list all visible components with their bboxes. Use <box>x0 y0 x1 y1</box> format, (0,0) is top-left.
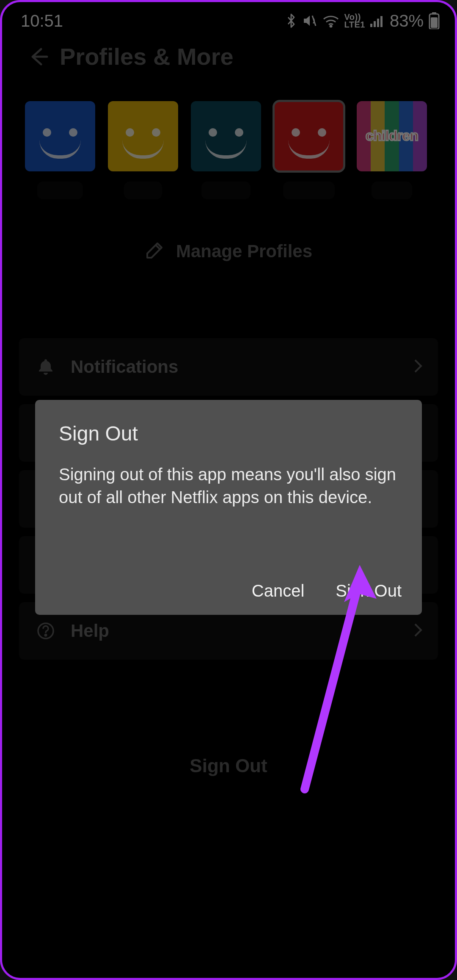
profile-avatar-3[interactable] <box>191 101 261 171</box>
manage-profiles-label: Manage Profiles <box>176 241 312 262</box>
help-icon <box>34 622 57 640</box>
status-clock: 10:51 <box>21 11 63 30</box>
pencil-icon <box>145 241 164 262</box>
profile-name-3 <box>201 182 251 199</box>
bell-icon <box>34 358 57 376</box>
notifications-item[interactable]: Notifications <box>19 338 438 396</box>
battery-percent: 83% <box>390 11 424 30</box>
profiles-row: children <box>2 101 455 199</box>
notifications-label: Notifications <box>71 357 413 377</box>
chevron-right-icon <box>413 358 423 375</box>
kids-label: children <box>359 127 424 144</box>
wifi-icon <box>322 14 339 28</box>
chevron-right-icon <box>413 622 423 639</box>
back-button[interactable] <box>28 46 50 68</box>
sign-out-dialog: Sign Out Signing out of this app means y… <box>35 400 422 615</box>
manage-profiles-button[interactable]: Manage Profiles <box>2 241 455 262</box>
profile-name-kids <box>372 182 412 199</box>
mute-icon <box>302 13 317 28</box>
profile-avatar-2[interactable] <box>108 101 178 171</box>
status-bar: 10:51 Vo))LTE1 83% <box>2 2 455 36</box>
svg-rect-2 <box>374 21 376 27</box>
svg-rect-3 <box>377 19 379 27</box>
sign-out-label: Sign Out <box>190 755 267 776</box>
profile-avatar-4[interactable] <box>274 101 344 171</box>
dialog-confirm-button[interactable]: Sign Out <box>336 581 402 600</box>
dialog-title: Sign Out <box>59 422 398 445</box>
profile-avatar-1[interactable] <box>25 101 95 171</box>
status-right: Vo))LTE1 83% <box>285 11 440 30</box>
dialog-cancel-button[interactable]: Cancel <box>252 581 305 600</box>
volte-icon: Vo))LTE1 <box>344 13 365 28</box>
signal-icon <box>370 14 385 27</box>
page-title: Profiles & More <box>60 43 234 70</box>
svg-point-0 <box>330 25 332 27</box>
profile-name-1 <box>37 182 83 199</box>
svg-rect-1 <box>370 24 372 27</box>
profile-name-2 <box>124 182 162 199</box>
profile-avatar-kids[interactable]: children <box>357 101 427 171</box>
battery-icon <box>429 12 440 29</box>
bluetooth-icon <box>285 12 297 29</box>
svg-point-9 <box>45 634 47 636</box>
dialog-body: Signing out of this app means you'll als… <box>59 463 398 509</box>
sign-out-button[interactable]: Sign Out <box>2 755 455 776</box>
app-header: Profiles & More <box>2 43 455 70</box>
help-label: Help <box>71 621 413 641</box>
svg-rect-4 <box>380 16 383 27</box>
profile-name-4 <box>283 182 335 199</box>
svg-rect-7 <box>431 17 438 28</box>
